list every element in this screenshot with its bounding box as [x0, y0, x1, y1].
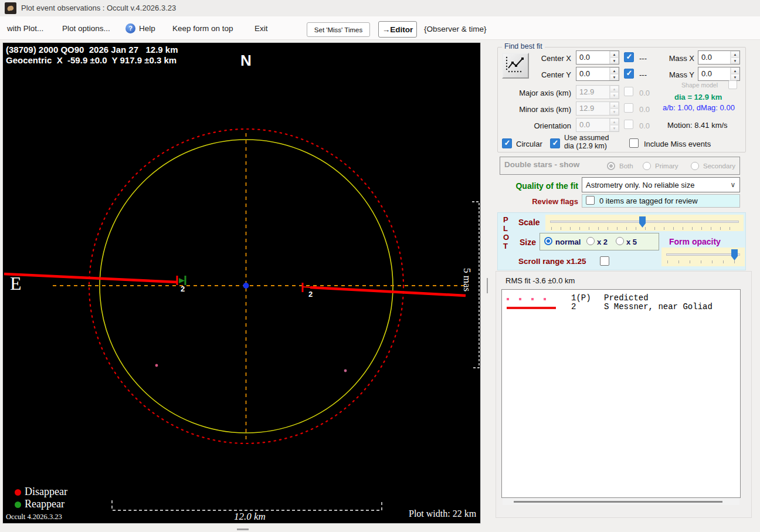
center-x-stepper-icon[interactable]: ▲▼ — [609, 51, 619, 64]
legend-row[interactable]: 2S Messner, near Goliad — [571, 302, 713, 311]
quality-fit-label: Quality of the fit — [496, 181, 578, 191]
use-assumed-dia-checkbox[interactable] — [550, 138, 560, 148]
scale-slider-thumb[interactable] — [639, 216, 646, 228]
center-y-spinner[interactable]: 0.0▲▼ — [576, 67, 619, 81]
menu-keep-form-on-top[interactable]: Keep form on top — [172, 24, 233, 33]
size-normal-radio[interactable] — [544, 237, 552, 245]
mass-x-value[interactable]: 0.0 — [698, 51, 730, 64]
form-opacity-thumb[interactable] — [731, 249, 738, 260]
predicted-point — [155, 364, 158, 367]
reappear-dot-icon — [15, 501, 21, 508]
km-scale-bracket — [112, 500, 382, 510]
review-flags-text: 0 items are tagged for review — [599, 196, 698, 205]
double-stars-title: Double stars - show — [504, 160, 579, 169]
menu-with-plot[interactable]: with Plot... — [7, 24, 43, 33]
scroll-range-checkbox[interactable] — [600, 256, 609, 266]
major-axis-checkbox — [624, 87, 633, 96]
center-y-stepper-icon[interactable]: ▲▼ — [609, 67, 619, 80]
plot-width-label: Plot width: 22 km — [409, 509, 476, 519]
circular-checkbox[interactable] — [502, 138, 512, 148]
legend-row[interactable]: 1(P)Predicted — [571, 293, 649, 303]
mass-y-stepper-icon[interactable]: ▲▼ — [730, 67, 739, 80]
minor-axis-label: Minor axis (km) — [502, 105, 571, 114]
km-scale-label: 12.0 km — [223, 511, 276, 523]
form-opacity-ticks — [667, 260, 740, 263]
legend-sample-solid — [507, 307, 556, 309]
observed-chord-right — [310, 287, 466, 296]
size-x2-radio[interactable] — [586, 237, 595, 245]
review-flags-checkbox[interactable] — [586, 196, 595, 205]
size-x5-label[interactable]: x 5 — [626, 238, 637, 246]
include-miss-label: Include Miss events — [644, 140, 711, 148]
shape-model-label: Shape model — [673, 82, 718, 89]
legend-id: 1(P) — [571, 293, 604, 303]
center-y-checkbox[interactable] — [624, 69, 634, 79]
menu-plot-options[interactable]: Plot options... — [62, 24, 110, 33]
center-x-label: Center X — [522, 54, 571, 63]
mass-y-value[interactable]: 0.0 — [698, 67, 730, 80]
chord-legend-list[interactable] — [501, 289, 741, 498]
size-label: Size — [520, 238, 536, 247]
vertical-splitter-grip[interactable] — [487, 278, 488, 293]
menu-help[interactable]: Help — [139, 24, 155, 33]
ab-dmag-label: a/b: 1.00, dMag: 0.00 — [663, 103, 735, 112]
horizontal-splitter-grip[interactable] — [237, 528, 249, 530]
menu-exit[interactable]: Exit — [255, 24, 268, 33]
minor-axis-spinner: 12.9▲▼ — [576, 101, 619, 116]
form-opacity-label: Form opacity — [669, 237, 721, 246]
center-x-value[interactable]: 0.0 — [576, 51, 609, 64]
quality-fit-dropdown[interactable]: Astrometry only. No reliable size ∨ — [582, 177, 740, 192]
center-x-spinner[interactable]: 0.0▲▼ — [576, 50, 619, 65]
disappear-legend: Disappear — [25, 486, 67, 498]
editor-button[interactable]: →Editor — [378, 21, 417, 38]
minor-axis-value: 12.9 — [576, 102, 609, 115]
center-x-checkbox[interactable] — [624, 52, 634, 62]
quality-fit-value: Astrometry only. No reliable size — [582, 181, 727, 189]
double-stars-primary-radio — [643, 162, 651, 170]
mass-x-label: Mass X — [658, 54, 694, 63]
plot-canvas — [3, 43, 480, 523]
legend-hscrollbar-thumb[interactable] — [514, 501, 722, 503]
chord-label-left: 2 — [181, 284, 185, 293]
legend-name: S Messner, near Goliad — [604, 302, 713, 311]
use-assumed-label-line2: dia (12.9 km) — [564, 143, 609, 151]
mass-x-spinner[interactable]: 0.0▲▼ — [698, 50, 740, 65]
mas-scale-bracket — [472, 202, 479, 368]
center-point — [243, 283, 249, 289]
double-stars-secondary-radio — [691, 162, 699, 170]
plot-header-line1: (38709) 2000 QO90 2026 Jan 27 12.9 km — [6, 45, 178, 55]
help-icon[interactable]: ? — [125, 23, 135, 33]
orientation-checkbox — [624, 120, 633, 129]
plot-header-line2: Geocentric X -59.9 ±0.0 Y 917.9 ±0.3 km — [6, 55, 177, 66]
mass-x-stepper-icon[interactable]: ▲▼ — [730, 51, 739, 64]
minor-axis-checkbox — [624, 103, 633, 113]
include-miss-checkbox[interactable] — [629, 138, 639, 148]
plot-letter-l: L — [503, 224, 508, 233]
shape-model-checkbox — [728, 80, 737, 89]
circular-label: Circular — [516, 140, 542, 148]
form-opacity-track[interactable] — [666, 253, 740, 256]
scale-slider[interactable] — [545, 215, 744, 231]
occultation-plot[interactable]: (38709) 2000 QO90 2026 Jan 27 12.9 km Ge… — [2, 42, 481, 524]
form-opacity-slider[interactable] — [661, 248, 745, 266]
size-x2-label[interactable]: x 2 — [597, 238, 608, 246]
orientation-label: Orientation — [502, 121, 571, 130]
double-stars-both-label: Both — [619, 162, 633, 170]
use-assumed-label-line1: Use assumed — [564, 134, 609, 143]
mass-y-spinner[interactable]: 0.0▲▼ — [698, 67, 740, 81]
size-normal-label[interactable]: normal — [555, 238, 581, 246]
orientation-value: 0.0 — [576, 118, 609, 131]
mas-scale-label: 5 mas — [461, 268, 473, 292]
set-miss-times-button[interactable]: Set 'Miss' Times — [307, 22, 370, 37]
size-x5-radio[interactable] — [616, 237, 624, 245]
motion-label: Motion: 8.41 km/s — [667, 121, 728, 130]
center-y-value[interactable]: 0.0 — [576, 67, 609, 80]
review-flags-label: Review flags — [496, 197, 578, 206]
plot-letter-o: O — [503, 233, 509, 242]
east-label: E — [10, 273, 22, 294]
chevron-down-icon[interactable]: ∨ — [727, 181, 739, 189]
north-label: N — [240, 52, 252, 70]
major-axis-spinner: 12.9▲▼ — [576, 85, 619, 99]
double-stars-primary-label: Primary — [655, 162, 678, 170]
scroll-range-label: Scroll range x1.25 — [518, 257, 586, 266]
